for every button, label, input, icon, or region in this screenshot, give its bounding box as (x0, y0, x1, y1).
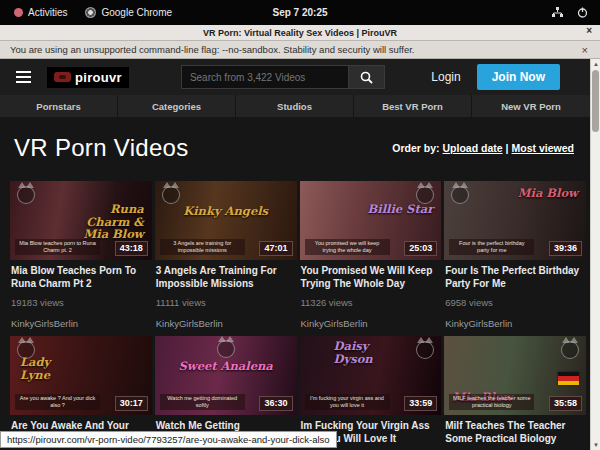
video-title[interactable]: Mia Blow Teaches Porn To Runa Charm Pt 2 (11, 265, 149, 290)
thumbnail-caption: MILF teaches the teacher some practical … (449, 394, 534, 410)
duration-badge: 47:01 (259, 241, 292, 256)
warning-message: You are using an unsupported command-lin… (10, 44, 415, 55)
duration-badge: 30:17 (115, 396, 148, 411)
thumbnail-caption: Watch me getting dominated softly (160, 394, 245, 410)
window-close-icon[interactable]: × (586, 25, 592, 36)
video-thumbnail[interactable]: Billie Star You promised we will keep tr… (300, 181, 442, 260)
video-card[interactable]: Kinky Angels 3 Angels are training for i… (155, 181, 297, 336)
scroll-down-arrow-icon[interactable]: ▼ (591, 440, 600, 450)
vr-goggles-icon (54, 72, 71, 82)
search-button[interactable] (349, 65, 385, 89)
german-flag (558, 372, 579, 385)
video-views: 6958 views (445, 297, 583, 308)
thumbnail-caption: 3 Angels are training for impossible mis… (160, 239, 245, 255)
duration-badge: 33:59 (404, 396, 437, 411)
nav-item-categories[interactable]: Categories (118, 95, 236, 117)
thumbnail-caption: I'm fucking your virgin ass and you will… (305, 394, 390, 410)
site-logo[interactable]: pirouvr (47, 67, 129, 88)
thumbnail-caption: Are you awake ? And your dick also ? (15, 394, 100, 410)
video-card[interactable]: Billie Star You promised we will keep tr… (300, 181, 442, 336)
video-title[interactable]: Four Is The Perfect Birthday Party For M… (445, 265, 583, 290)
video-studio-link[interactable]: KinkyGirlsBerlin (11, 318, 149, 336)
video-thumbnail[interactable]: Lady Lyne Are you awake ? And your dick … (10, 336, 152, 415)
video-thumbnail[interactable]: Kinky Angels 3 Angels are training for i… (155, 181, 297, 260)
menu-icon[interactable] (16, 71, 31, 83)
scroll-up-arrow-icon[interactable]: ▲ (591, 59, 600, 69)
video-card[interactable]: Mia Blow Four is the perfect birthday pa… (444, 181, 586, 336)
nav-item-studios[interactable]: Studios (236, 95, 354, 117)
video-views: 19183 views (11, 297, 149, 308)
order-by-upload-date-link[interactable]: Upload date (443, 142, 503, 154)
video-thumbnail[interactable]: Runa Charm & Mia Blow Mia Blow teaches p… (10, 181, 152, 260)
duration-badge: 43:18 (115, 241, 148, 256)
screen: Activities Google Chrome Sep 7 20:25 VR … (0, 0, 600, 450)
vertical-scrollbar[interactable]: ▲ ▼ (590, 59, 600, 450)
system-top-bar: Activities Google Chrome Sep 7 20:25 (0, 0, 600, 25)
video-thumbnail[interactable]: Mia Blow Four is the perfect birthday pa… (444, 181, 586, 260)
thumbnail-overlay-title: Runa Charm & Mia Blow (70, 203, 144, 241)
thumbnail-caption: Four is the perfect birthday party for m… (449, 239, 534, 255)
nav-item-best-vr-porn[interactable]: Best VR Porn (354, 95, 472, 117)
video-card[interactable]: Runa Charm & Mia Blow Mia Blow teaches p… (10, 181, 152, 336)
thumbnail-caption: Mia Blow teaches porn to Runa Charm pt. … (15, 239, 100, 255)
cat-mask-watermark-icon (416, 186, 434, 204)
video-title[interactable]: 3 Angels Are Training For Impossible Mis… (156, 265, 294, 290)
cat-mask-watermark-icon (416, 341, 434, 359)
join-now-button[interactable]: Join Now (477, 64, 560, 90)
video-title[interactable]: You Promised We Will Keep Trying The Who… (301, 265, 439, 290)
duration-badge: 25:03 (404, 241, 437, 256)
status-url-tooltip: https://pirouvr.com/vr-porn-video/779325… (0, 431, 337, 448)
cat-mask-watermark-icon (162, 186, 180, 204)
order-by: Order by: Upload date|Most viewed (392, 142, 574, 154)
search-input[interactable] (181, 65, 349, 89)
network-icon[interactable] (552, 7, 563, 18)
cat-mask-watermark-icon (451, 186, 469, 204)
video-title[interactable]: Milf Teaches The Teacher Some Practical … (445, 420, 583, 445)
thumbnail-overlay-title: Billie Star (359, 203, 433, 216)
order-by-label: Order by: (392, 142, 439, 154)
video-card[interactable]: Mia Blow MILF teaches the teacher some p… (444, 336, 586, 450)
duration-badge: 36:30 (259, 396, 292, 411)
logo-text: pirouvr (75, 70, 122, 85)
thumbnail-caption: You promised we will keep trying the who… (305, 239, 390, 255)
order-by-most-viewed-link[interactable]: Most viewed (512, 142, 574, 154)
video-studio-link[interactable]: KinkyGirlsBerlin (156, 318, 294, 336)
sandbox-warning-bar: You are using an unsupported command-lin… (0, 41, 600, 59)
thumbnail-overlay-title: Daisy Dyson (334, 340, 404, 365)
video-studio-link[interactable]: KinkyGirlsBerlin (301, 318, 439, 336)
browser-viewport: pirouvr Login Join Now Pornstars (0, 59, 600, 450)
site-header: pirouvr Login Join Now (0, 59, 590, 95)
video-thumbnail[interactable]: Daisy Dyson I'm fucking your virgin ass … (300, 336, 442, 415)
search-icon (360, 71, 373, 84)
cat-mask-watermark-icon (17, 186, 35, 204)
nav-item-new-vr-porn[interactable]: New VR Porn (472, 95, 590, 117)
video-grid: Runa Charm & Mia Blow Mia Blow teaches p… (10, 181, 586, 450)
thumbnail-overlay-title: Kinky Angels (155, 205, 297, 218)
video-studio-link[interactable]: KinkyGirlsBerlin (445, 318, 583, 336)
video-views: 11111 views (156, 297, 294, 308)
video-thumbnail[interactable]: Sweet Analena Watch me getting dominated… (155, 336, 297, 415)
cat-mask-watermark-icon (561, 341, 579, 359)
clock[interactable]: Sep 7 20:25 (0, 7, 600, 18)
cat-mask-watermark-icon (217, 340, 235, 358)
duration-badge: 39:36 (549, 241, 582, 256)
cat-mask-watermark-icon (17, 341, 35, 359)
page-title: VR Porn Videos (14, 134, 189, 162)
video-views: 11326 views (301, 297, 439, 308)
main-nav: Pornstars Categories Studios Best VR Por… (0, 95, 590, 117)
nav-item-pornstars[interactable]: Pornstars (0, 95, 118, 117)
thumbnail-overlay-title: Lady Lyne (20, 356, 84, 381)
duration-badge: 35:58 (549, 396, 582, 411)
scrollbar-thumb[interactable] (592, 70, 599, 132)
thumbnail-overlay-title: Mia Blow (518, 187, 578, 200)
thumbnail-overlay-title: Mia Blow (452, 391, 512, 404)
login-link[interactable]: Login (431, 70, 460, 84)
window-title: VR Porn: Virtual Reality Sex Videos | Pi… (203, 28, 397, 38)
warning-close-icon[interactable]: × (582, 44, 588, 56)
thumbnail-overlay-title: Sweet Analena (155, 360, 297, 373)
video-thumbnail[interactable]: Mia Blow MILF teaches the teacher some p… (444, 336, 586, 415)
window-title-bar: VR Porn: Virtual Reality Sex Videos | Pi… (0, 25, 600, 41)
power-icon[interactable] (577, 7, 588, 18)
